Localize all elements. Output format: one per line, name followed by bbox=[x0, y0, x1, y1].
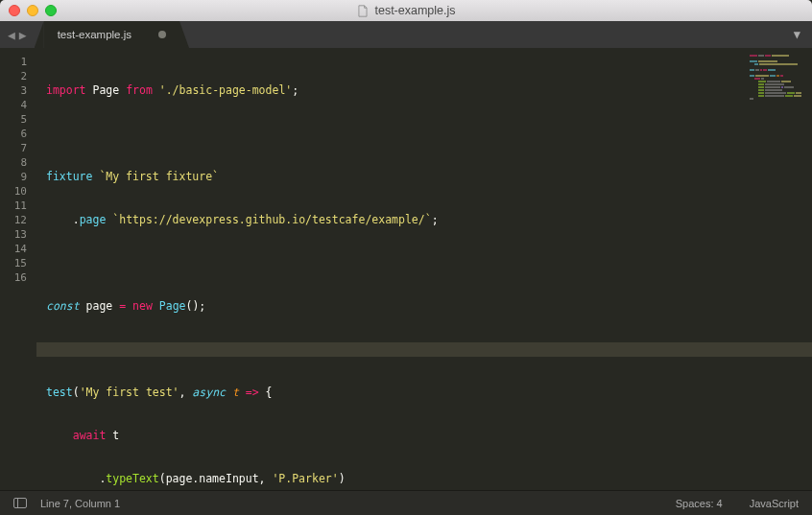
code-line bbox=[36, 256, 812, 270]
line-number: 16 bbox=[0, 270, 27, 285]
code-line: import Page from './basic-page-model'; bbox=[36, 83, 812, 98]
tab-toolbar: ◀ ▶ test-example.js ▼ bbox=[0, 21, 812, 48]
code-line: fixture `My first fixture` bbox=[36, 170, 812, 184]
code-line: .typeText(page.nameInput, 'P.Parker') bbox=[36, 472, 812, 486]
line-number: 1 bbox=[0, 55, 27, 69]
line-number: 11 bbox=[0, 199, 27, 213]
code-line: test('My first test', async t => { bbox=[36, 386, 812, 400]
code-line: .page `https://devexpress.github.io/test… bbox=[36, 213, 812, 227]
traffic-lights bbox=[0, 5, 57, 16]
window-title: test-example.js bbox=[356, 4, 455, 17]
history-nav: ◀ ▶ bbox=[0, 28, 27, 42]
line-number: 14 bbox=[0, 242, 27, 256]
window-title-text: test-example.js bbox=[374, 4, 455, 17]
tab-active[interactable]: test-example.js bbox=[44, 21, 179, 48]
back-arrow-icon[interactable]: ◀ bbox=[8, 28, 15, 42]
code-content[interactable]: import Page from './basic-page-model'; f… bbox=[36, 48, 812, 490]
line-number: 15 bbox=[0, 256, 27, 270]
line-number: 6 bbox=[0, 127, 27, 141]
line-number: 2 bbox=[0, 69, 27, 83]
file-icon bbox=[356, 5, 369, 17]
minimize-window-button[interactable] bbox=[27, 5, 38, 16]
tab-overflow-icon[interactable]: ▼ bbox=[794, 28, 800, 41]
line-number: 5 bbox=[0, 112, 27, 127]
code-line bbox=[36, 127, 812, 141]
window-titlebar: test-example.js bbox=[0, 0, 812, 21]
sidebar-toggle-icon[interactable] bbox=[13, 498, 27, 508]
line-number: 10 bbox=[0, 184, 27, 199]
code-line: const page = new Page(); bbox=[36, 299, 812, 314]
line-number: 4 bbox=[0, 98, 27, 112]
line-number: 9 bbox=[0, 170, 27, 184]
tab-label: test-example.js bbox=[58, 29, 131, 40]
line-number: 12 bbox=[0, 213, 27, 227]
line-number: 13 bbox=[0, 227, 27, 242]
zoom-window-button[interactable] bbox=[45, 5, 57, 16]
line-number: 8 bbox=[0, 155, 27, 170]
line-number: 3 bbox=[0, 83, 27, 98]
minimap[interactable] bbox=[750, 55, 802, 107]
editor-area: 1 2 3 4 5 6 7 8 9 10 11 12 13 14 15 16 i… bbox=[0, 48, 812, 490]
code-line: await t bbox=[36, 429, 812, 443]
code-line-active bbox=[36, 342, 812, 357]
dirty-indicator-icon bbox=[158, 31, 166, 38]
line-gutter: 1 2 3 4 5 6 7 8 9 10 11 12 13 14 15 16 bbox=[0, 48, 36, 490]
forward-arrow-icon[interactable]: ▶ bbox=[19, 28, 27, 42]
close-window-button[interactable] bbox=[9, 5, 20, 16]
line-number: 7 bbox=[0, 141, 27, 155]
